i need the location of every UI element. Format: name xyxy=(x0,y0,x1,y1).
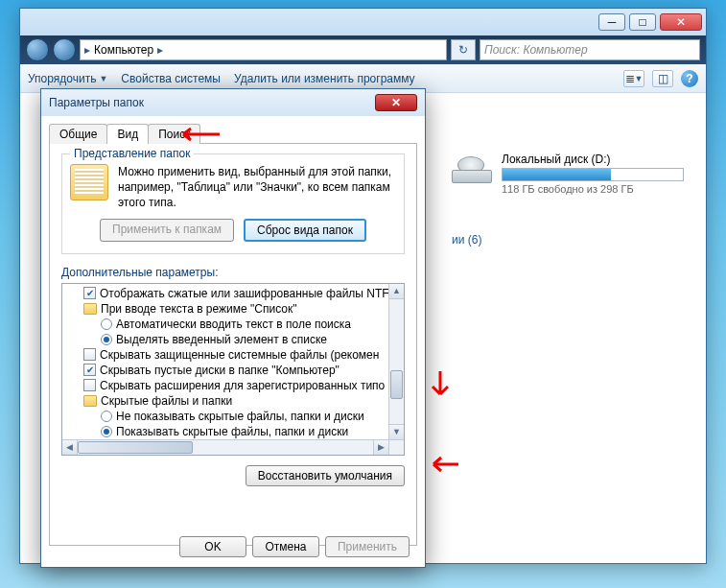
checkbox-icon[interactable] xyxy=(83,287,96,299)
opt-label: При вводе текста в режиме "Список" xyxy=(101,302,297,316)
apply-button: Применить xyxy=(325,536,410,557)
category-link[interactable]: ии (6) xyxy=(452,233,694,247)
toolbar-system-props-label: Свойства системы xyxy=(121,72,221,85)
radio-icon[interactable] xyxy=(101,411,112,422)
maximize-button[interactable]: □ xyxy=(629,13,656,31)
explorer-navbar: ▸ Компьютер ▸ ↻ Поиск: Компьютер xyxy=(20,35,706,64)
scroll-down-icon[interactable]: ▼ xyxy=(389,424,404,439)
tab-general[interactable]: Общие xyxy=(49,124,107,144)
drive-icon xyxy=(452,153,492,183)
tab-view[interactable]: Вид xyxy=(106,124,149,144)
drive-status: 118 ГБ свободно из 298 ГБ xyxy=(502,183,684,195)
opt-label: Выделять введенный элемент в списке xyxy=(116,333,327,346)
tab-search[interactable]: Поиск xyxy=(148,124,200,144)
address-bar[interactable]: ▸ Компьютер ▸ xyxy=(80,39,447,60)
folder-icon xyxy=(83,395,97,407)
refresh-button[interactable]: ↻ xyxy=(451,39,476,60)
nav-back-button[interactable] xyxy=(26,38,49,61)
cancel-button[interactable]: Отмена xyxy=(252,536,319,557)
tab-view-page: Представление папок Можно применить вид,… xyxy=(49,143,417,546)
opt-dont-show-hidden[interactable]: Не показывать скрытые файлы, папки и дис… xyxy=(62,409,388,424)
drive-item[interactable]: Локальный диск (D:) 118 ГБ свободно из 2… xyxy=(452,153,694,195)
dialog-titlebar: Параметры папок ✕ xyxy=(41,89,425,116)
explorer-titlebar: ─ □ ✕ xyxy=(20,9,706,35)
folder-views-icon xyxy=(70,164,108,200)
nav-forward-button[interactable] xyxy=(53,38,76,61)
drive-capacity-bar xyxy=(502,168,684,181)
opt-hide-extensions[interactable]: Скрывать расширения для зарегистрированн… xyxy=(62,378,388,393)
horizontal-scrollbar[interactable]: ◀ ▶ xyxy=(62,439,388,455)
apply-to-folders-button: Применить к папкам xyxy=(100,219,234,242)
ok-button[interactable]: OK xyxy=(179,536,246,557)
radio-icon[interactable] xyxy=(101,426,112,437)
scroll-thumb-h[interactable] xyxy=(78,441,193,454)
restore-defaults-button[interactable]: Восстановить умолчания xyxy=(246,465,405,486)
drive-name: Локальный диск (D:) xyxy=(502,153,684,166)
radio-icon[interactable] xyxy=(101,318,112,330)
folder-views-group: Представление папок Можно применить вид,… xyxy=(61,153,405,254)
checkbox-icon[interactable] xyxy=(83,364,96,376)
search-placeholder: Поиск: Компьютер xyxy=(484,43,588,57)
folder-views-legend: Представление папок xyxy=(70,147,194,160)
toolbar-uninstall-label: Удалить или изменить программу xyxy=(234,72,415,85)
checkbox-icon[interactable] xyxy=(83,379,96,391)
help-icon[interactable]: ? xyxy=(681,70,698,87)
toolbar-system-props[interactable]: Свойства системы xyxy=(121,72,221,85)
opt-label: Не показывать скрытые файлы, папки и дис… xyxy=(116,410,364,423)
preview-pane-button[interactable]: ◫ xyxy=(652,70,673,87)
scroll-up-icon[interactable]: ▲ xyxy=(389,284,404,299)
address-text: Компьютер xyxy=(94,43,153,57)
opt-label: Отображать сжатые или зашифрованные файл… xyxy=(100,287,388,300)
opt-hide-empty-drives[interactable]: Скрывать пустые диски в папке "Компьютер… xyxy=(62,363,388,378)
search-input[interactable]: Поиск: Компьютер xyxy=(480,39,700,60)
dialog-tabs: Общие Вид Поиск xyxy=(49,124,417,144)
view-mode-button[interactable]: ≣ ▼ xyxy=(623,70,644,87)
close-button[interactable]: ✕ xyxy=(660,13,702,31)
opt-label: Скрывать защищенные системные файлы (рек… xyxy=(100,348,379,362)
minimize-button[interactable]: ─ xyxy=(598,13,625,31)
opt-label: Автоматически вводить текст в поле поиск… xyxy=(116,318,351,331)
dialog-close-button[interactable]: ✕ xyxy=(375,94,417,111)
scroll-left-icon[interactable]: ◀ xyxy=(62,440,78,455)
opt-label: Показывать скрытые файлы, папки и диски xyxy=(116,425,348,438)
toolbar-organize-label: Упорядочить xyxy=(28,72,96,85)
advanced-params-list: Отображать сжатые или зашифрованные файл… xyxy=(61,283,405,456)
folder-icon xyxy=(83,303,97,315)
vertical-scrollbar[interactable]: ▲ ▼ xyxy=(388,284,404,439)
opt-hide-protected[interactable]: Скрывать защищенные системные файлы (рек… xyxy=(62,347,388,363)
dialog-title: Параметры папок xyxy=(49,96,144,109)
toolbar-organize[interactable]: Упорядочить▼ xyxy=(28,72,107,85)
radio-icon[interactable] xyxy=(101,334,112,345)
opt-label: Скрывать пустые диски в папке "Компьютер… xyxy=(100,364,340,377)
toolbar-uninstall[interactable]: Удалить или изменить программу xyxy=(234,72,415,85)
opt-list-typing-group: При вводе текста в режиме "Список" xyxy=(62,301,388,317)
checkbox-icon[interactable] xyxy=(83,348,96,361)
opt-show-hidden[interactable]: Показывать скрытые файлы, папки и диски xyxy=(62,424,388,439)
opt-show-compressed[interactable]: Отображать сжатые или зашифрованные файл… xyxy=(62,286,388,301)
reset-folders-button[interactable]: Сброс вида папок xyxy=(244,219,366,242)
opt-label: Скрывать расширения для зарегистрированн… xyxy=(100,379,385,392)
scroll-thumb[interactable] xyxy=(390,370,403,399)
scroll-corner xyxy=(388,439,404,455)
scroll-right-icon[interactable]: ▶ xyxy=(373,440,388,455)
opt-select-typed-item[interactable]: Выделять введенный элемент в списке xyxy=(62,332,388,347)
opt-label: Скрытые файлы и папки xyxy=(101,394,232,408)
folder-views-text: Можно применить вид, выбранный для этой … xyxy=(118,164,396,211)
opt-auto-type-search[interactable]: Автоматически вводить текст в поле поиск… xyxy=(62,317,388,332)
folder-options-dialog: Параметры папок ✕ Общие Вид Поиск Предст… xyxy=(40,88,426,568)
opt-hidden-files-group: Скрытые файлы и папки xyxy=(62,393,388,409)
advanced-params-label: Дополнительные параметры: xyxy=(61,266,405,279)
